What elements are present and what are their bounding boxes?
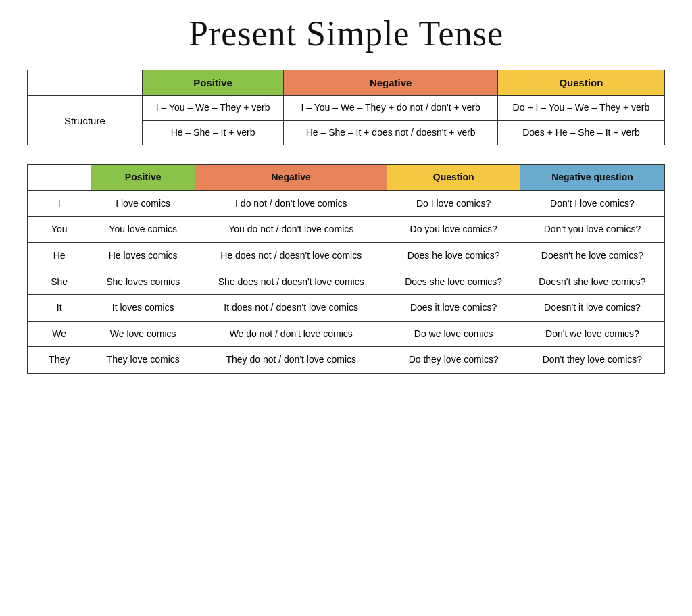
table-row: YouYou love comicsYou do not / don't lov…	[28, 217, 665, 243]
cell-negQuestion: Don't they love comics?	[520, 347, 664, 374]
table-row: ItIt loves comicsIt does not / doesn't l…	[28, 295, 665, 322]
cell-negQuestion: Doesn't it love comics?	[520, 295, 664, 322]
pronoun-cell: She	[28, 269, 91, 295]
cell-positive: We love comics	[91, 321, 195, 347]
pronoun-cell: He	[28, 242, 91, 269]
pronoun-cell: You	[28, 217, 91, 243]
cell-positive: She loves comics	[91, 269, 195, 295]
cell-question: Does she love comics?	[387, 269, 520, 295]
conj-header-neg-question: Negative question	[520, 165, 664, 191]
cell-negative: They do not / don't love comics	[195, 347, 387, 374]
cell-positive: He loves comics	[91, 242, 195, 269]
structure-row1-negative: I – You – We – They + do not / don't + v…	[284, 96, 497, 121]
structure-row2-negative: He – She – It + does not / doesn't + ver…	[284, 120, 497, 145]
structure-row2-question: Does + He – She – It + verb	[497, 120, 664, 145]
cell-positive: I love comics	[91, 190, 195, 217]
table-row: WeWe love comicsWe do not / don't love c…	[28, 321, 665, 347]
cell-negQuestion: Doesn't he love comics?	[520, 242, 664, 269]
cell-negQuestion: Don't I love comics?	[520, 190, 664, 217]
conj-header-positive: Positive	[91, 165, 195, 191]
structure-row-label: Structure	[28, 96, 143, 145]
structure-table: Positive Negative Question Structure I –…	[27, 70, 665, 145]
table-row: HeHe loves comicsHe does not / doesn't l…	[28, 242, 665, 269]
structure-row1-positive: I – You – We – They + verb	[142, 96, 284, 121]
cell-question: Do they love comics?	[387, 347, 520, 374]
structure-negative-header: Negative	[284, 70, 497, 96]
cell-question: Do we love comics	[387, 321, 520, 347]
cell-negQuestion: Don't we love comics?	[520, 321, 664, 347]
cell-negQuestion: Doesn't she love comics?	[520, 269, 664, 295]
cell-question: Does he love comics?	[387, 242, 520, 269]
conj-header-negative: Negative	[195, 165, 387, 191]
cell-positive: They love comics	[91, 347, 195, 374]
cell-positive: It loves comics	[91, 295, 195, 322]
cell-negative: It does not / doesn't love comics	[195, 295, 387, 322]
cell-negative: She does not / doesn't love comics	[195, 269, 387, 295]
cell-negative: You do not / don't love comics	[195, 217, 387, 243]
structure-question-header: Question	[497, 70, 664, 96]
page-title: Present Simple Tense	[27, 14, 665, 53]
cell-question: Does it love comics?	[387, 295, 520, 322]
structure-row2-positive: He – She – It + verb	[142, 120, 284, 145]
cell-question: Do you love comics?	[387, 217, 520, 243]
cell-negative: He does not / doesn't love comics	[195, 242, 387, 269]
pronoun-cell: We	[28, 321, 91, 347]
pronoun-cell: I	[28, 190, 91, 217]
cell-positive: You love comics	[91, 217, 195, 243]
cell-negative: I do not / don't love comics	[195, 190, 387, 217]
structure-row1-question: Do + I – You – We – They + verb	[497, 96, 664, 121]
conjugation-table: Positive Negative Question Negative ques…	[27, 164, 665, 374]
table-row: TheyThey love comicsThey do not / don't …	[28, 347, 665, 374]
conj-header-pronoun	[28, 165, 91, 191]
cell-negative: We do not / don't love comics	[195, 321, 387, 347]
cell-question: Do I love comics?	[387, 190, 520, 217]
table-row: SheShe loves comicsShe does not / doesn'…	[28, 269, 665, 295]
table-row: II love comicsI do not / don't love comi…	[28, 190, 665, 217]
pronoun-cell: They	[28, 347, 91, 374]
conj-header-question: Question	[387, 165, 520, 191]
structure-positive-header: Positive	[142, 70, 284, 96]
cell-negQuestion: Don't you love comics?	[520, 217, 664, 243]
pronoun-cell: It	[28, 295, 91, 322]
